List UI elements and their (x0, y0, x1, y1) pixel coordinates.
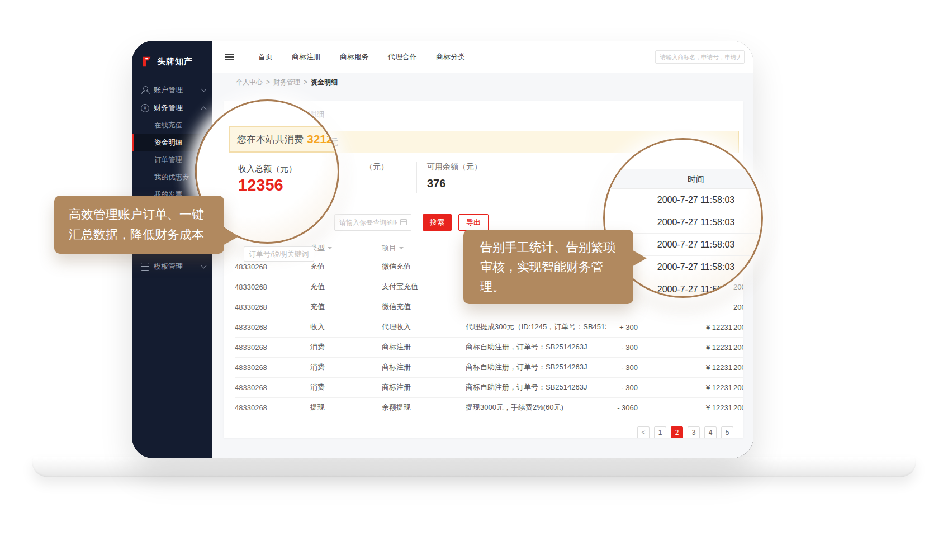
logo: 头牌知产 (132, 41, 212, 71)
sidebar-item-online-recharge[interactable]: 在线充值 (132, 117, 212, 134)
logo-title: 头牌知产 (157, 56, 193, 67)
cell-time: 2000-7-27 11:58:03 (733, 277, 743, 297)
cell-balance: ¥ 12231 (662, 377, 733, 397)
magnified-banner-text: 您在本站共消费 (237, 133, 304, 146)
sidebar-item-label: 财务管理 (154, 103, 183, 113)
cell-desc: 商标自助注册，订单号：SB2514263J (466, 377, 606, 397)
header-label: 项目 (382, 244, 396, 252)
cell-order: 48330268 (235, 317, 310, 337)
magnified-time-header: 时间 (605, 169, 761, 189)
breadcrumb-current: 资金明细 (311, 78, 338, 86)
top-navbar: 首页 商标注册 商标服务 代理合作 商标分类 (212, 41, 753, 73)
nav-item-trademark-category[interactable]: 商标分类 (436, 52, 465, 62)
cell-project: 商标注册 (382, 357, 466, 377)
stat-middle: （元） (365, 162, 416, 193)
cell-time: 2000-7-27 11:58:03 (733, 317, 743, 337)
cell-time: 2000-7-27 11:58:03 (733, 357, 743, 377)
cell-order: 48330268 (235, 297, 310, 317)
cell-order: 48330268 (235, 357, 310, 377)
sidebar-item-account[interactable]: 账户管理 (132, 81, 212, 99)
page-button-5[interactable]: 5 (721, 426, 733, 438)
table-row: 48330268消费商标注册商标自助注册，订单号：SB2514263J- 300… (235, 337, 743, 357)
nav-item-trademark-services[interactable]: 商标服务 (340, 52, 369, 62)
breadcrumb-separator: > (266, 78, 270, 86)
template-icon (141, 263, 149, 271)
page-button-1[interactable]: 1 (654, 426, 666, 438)
cell-project: 余额提现 (382, 397, 466, 417)
cell-project: 商标注册 (382, 377, 466, 397)
sidebar-subitem-label: 在线充值 (154, 121, 182, 130)
callout-text: 高效管理账户订单、一键汇总数据，降低财务成本 (69, 207, 204, 241)
cell-desc: 商标自助注册，订单号：SB2514263J (466, 337, 606, 357)
cell-amount: - 3060 (606, 397, 662, 417)
magnified-time-cell: 2000-7-27 11:58:03 (605, 189, 761, 211)
page-button-2[interactable]: 2 (671, 426, 683, 438)
user-icon (141, 86, 149, 94)
cell-time: 2000-7-27 11:58:03 (733, 377, 743, 397)
page-button-3[interactable]: 3 (688, 426, 700, 438)
cell-balance: ¥ 12231 (662, 317, 733, 337)
cell-order: 48330268 (235, 337, 310, 357)
cell-balance (662, 297, 733, 317)
date-field-wrap (334, 214, 411, 231)
sort-caret-icon[interactable] (328, 247, 332, 249)
table-row: 48330268消费商标注册商标自助注册，订单号：SB2514263J- 300… (235, 357, 743, 377)
brand-flag-icon (141, 55, 153, 68)
callout-text: 告别手工统计、告别繁琐审核，实现智能财务管理。 (480, 240, 615, 293)
cell-amount: - 300 (606, 377, 662, 397)
cell-type: 提现 (310, 397, 382, 417)
cell-order: 48330268 (235, 277, 310, 297)
stat-label: （元） (365, 162, 416, 172)
chevron-down-icon (201, 263, 207, 269)
table-row: 48330268消费商标注册商标自助注册，订单号：SB2514263J- 300… (235, 377, 743, 397)
table-row: 48330268收入代理收入代理提成300元（ID:1245，订单号：SB451… (235, 317, 743, 337)
cell-desc: 商标自助注册，订单号：SB2514263J (466, 357, 606, 377)
page-button-4[interactable]: 4 (704, 426, 717, 438)
header-type[interactable]: 类型 (310, 240, 382, 257)
callout-left: 高效管理账户订单、一键汇总数据，降低财务成本 (54, 196, 224, 254)
cell-balance: ¥ 12231 (662, 337, 733, 357)
chevron-down-icon (201, 87, 207, 92)
header-project[interactable]: 项目 (382, 240, 466, 257)
callout-right: 告别手工统计、告别繁琐审核，实现智能财务管理。 (463, 230, 633, 304)
breadcrumb: 个人中心>财务管理>资金明细 (212, 73, 753, 91)
cell-project: 商标注册 (382, 337, 466, 357)
cell-project: 代理收入 (382, 317, 466, 337)
sidebar-item-label: 账户管理 (154, 85, 183, 95)
cell-type: 消费 (310, 337, 382, 357)
cell-project: 支付宝充值 (382, 277, 466, 297)
pagination: < 1 2 3 4 5 (235, 426, 733, 438)
prev-page-button[interactable]: < (637, 426, 650, 438)
search-button[interactable]: 搜索 (423, 214, 452, 231)
cell-time: 2000-7-27 11:58:03 (733, 337, 743, 357)
order-keyword-input[interactable] (244, 246, 314, 262)
table-row: 48330268提现余额提现提现3000元，手续费2%(60元)- 3060¥ … (235, 397, 743, 417)
sidebar-item-templates[interactable]: 模板管理 (132, 258, 212, 276)
search-input[interactable] (655, 50, 745, 64)
sort-caret-icon[interactable] (399, 247, 404, 249)
cell-project: 微信充值 (382, 257, 466, 277)
menu-icon[interactable] (225, 56, 234, 58)
callout-arrow-icon (630, 249, 647, 268)
cell-desc: 代理提成300元（ID:1245，订单号：SB45124） (466, 317, 606, 337)
breadcrumb-separator: > (304, 78, 307, 86)
stat-available-balance: 可用余额（元） 376 (416, 162, 482, 193)
finance-icon (141, 104, 149, 112)
breadcrumb-item[interactable]: 个人中心 (236, 78, 263, 86)
calendar-icon[interactable] (400, 219, 407, 225)
cell-amount: - 300 (606, 337, 662, 357)
breadcrumb-item[interactable]: 财务管理 (273, 78, 300, 86)
export-button[interactable]: 导出 (458, 214, 489, 231)
cell-balance: ¥ 12231 (662, 397, 733, 417)
cell-type: 充值 (310, 277, 382, 297)
cell-amount: - 300 (606, 357, 662, 377)
nav-item-trademark-register[interactable]: 商标注册 (292, 52, 321, 62)
magnified-consumption-banner: 您在本站共消费 32124 元 (229, 126, 339, 153)
sidebar-subitem-label: 订单管理 (154, 155, 182, 165)
sidebar-item-finance[interactable]: 财务管理 (132, 99, 212, 117)
nav-item-home[interactable]: 首页 (258, 52, 273, 62)
magnified-stat-value: 12356 (238, 176, 283, 194)
cell-type: 充值 (310, 257, 382, 277)
callout-arrow-icon (222, 227, 239, 246)
nav-item-agent-cooperation[interactable]: 代理合作 (388, 52, 417, 62)
